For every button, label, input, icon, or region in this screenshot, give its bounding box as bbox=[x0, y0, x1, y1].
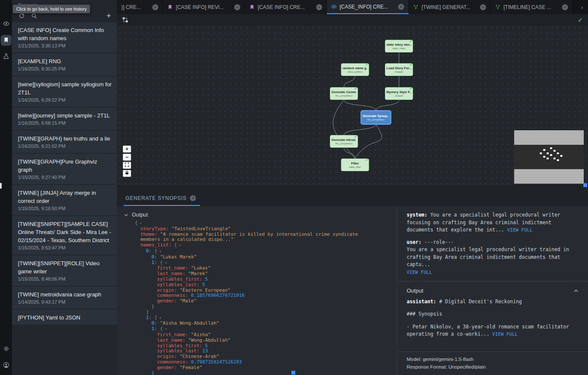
graph-success-check-icon: ✓ bbox=[577, 16, 583, 24]
panel-resize-handle-bottom[interactable] bbox=[291, 371, 295, 375]
editor-tab[interactable]: [TWINE] GENERAT...× bbox=[409, 0, 491, 14]
editor-tab[interactable]: )] CRE...× bbox=[117, 0, 163, 14]
zoom-out-button[interactable]: − bbox=[123, 154, 131, 161]
panel-resize-handle-left[interactable] bbox=[0, 183, 2, 189]
graph-canvas[interactable]: ✓ state mkey stor...state_mkey✓random na… bbox=[117, 14, 588, 186]
minimap-node-dot bbox=[547, 158, 549, 159]
settings-button[interactable] bbox=[1, 344, 12, 354]
prompt-list-item[interactable]: [twine][syllogism] sample syllogism for … bbox=[12, 76, 117, 107]
prompt-list-item[interactable]: [PYTHON] Yaml to JSON bbox=[12, 310, 117, 325]
tab-scroll-right-button[interactable]: › bbox=[576, 0, 588, 14]
graph-node[interactable]: Generate Synop...llm_completion✓ bbox=[361, 111, 391, 124]
node-title: Generate Synop... bbox=[363, 114, 390, 118]
close-tab-icon[interactable]: × bbox=[480, 4, 486, 10]
minimap-viewport[interactable] bbox=[514, 145, 584, 169]
flask-rail-button[interactable] bbox=[1, 51, 12, 62]
close-bottom-tab-icon[interactable]: × bbox=[190, 195, 196, 201]
minimap-node-dot bbox=[550, 154, 552, 156]
graph-node[interactable]: Generate Comm...llm_completion✓ bbox=[330, 87, 358, 100]
search-icon[interactable] bbox=[31, 13, 37, 19]
node-subtitle: snippet bbox=[395, 94, 403, 97]
graph-node[interactable]: state mkey stor...state_mkey✓ bbox=[385, 40, 413, 53]
assistant-heading: ### Synopsis bbox=[407, 311, 579, 318]
bottom-tab-generate-synopsis[interactable]: GENERATE SYNOPSIS × bbox=[124, 195, 200, 206]
prompt-list-item[interactable]: [TWINE][SNIPPET][SAMPLE CASE] Online Thr… bbox=[12, 216, 117, 255]
node-subtitle: llm_completion bbox=[335, 94, 352, 97]
output-section-header[interactable]: Output bbox=[117, 206, 397, 220]
view-full-link[interactable]: VIEW FULL bbox=[407, 270, 432, 275]
close-tab-icon[interactable]: × bbox=[562, 4, 568, 10]
prompt-list-item[interactable]: [TWINE][SNIPPET][ROLE] Video game writer… bbox=[12, 255, 117, 286]
json-tree-line: 1: {▾ bbox=[117, 260, 397, 266]
collapse-caret-icon[interactable]: ▾ bbox=[179, 243, 181, 247]
collapse-caret-icon[interactable]: ▾ bbox=[165, 261, 167, 265]
user-role-line: ---role--- bbox=[425, 239, 454, 245]
collapse-caret-icon[interactable]: ▾ bbox=[165, 327, 167, 331]
assistant-label: assistant: bbox=[407, 299, 436, 305]
prompt-title: [twine][journey] simple sample - 2T1L bbox=[18, 111, 112, 120]
node-success-check-icon: ✓ bbox=[387, 110, 390, 114]
json-tree-line: gender: "Female" bbox=[117, 365, 397, 371]
graph-node[interactable]: Generate Introd...llm_completion✓ bbox=[330, 135, 358, 148]
prompt-list-item[interactable]: [TWINE] [JINJA] Array merge in correct o… bbox=[12, 185, 117, 215]
editor-tab[interactable]: [CASE INFO] REVI...× bbox=[163, 0, 245, 14]
view-full-link[interactable]: VIEW FULL bbox=[492, 331, 518, 337]
prompt-list-item[interactable]: [twine][journey] simple sample - 2T1L1/1… bbox=[12, 108, 117, 130]
json-tree-line: names_list: [▾ bbox=[117, 243, 397, 249]
close-tab-icon[interactable]: × bbox=[234, 4, 240, 10]
refresh-icon[interactable] bbox=[19, 13, 25, 19]
view-full-link[interactable]: VIEW FULL bbox=[507, 227, 533, 232]
graph-node[interactable]: random name g...exec_python✓ bbox=[341, 63, 369, 76]
close-tab-icon[interactable]: × bbox=[316, 4, 322, 10]
prompts-rail-button[interactable] bbox=[1, 35, 12, 46]
minimap[interactable] bbox=[514, 130, 584, 184]
flag-icon bbox=[249, 4, 255, 10]
collapse-caret-icon[interactable]: ▾ bbox=[140, 221, 142, 225]
graph-node[interactable]: Load Story For...snippet✓ bbox=[385, 63, 413, 76]
fit-view-button[interactable] bbox=[123, 162, 131, 169]
panel-resize-handle-right[interactable] bbox=[583, 183, 587, 187]
close-tab-icon[interactable]: × bbox=[398, 4, 404, 10]
bookmark-icon bbox=[3, 37, 9, 44]
graph-node[interactable]: Filterstate_filter✓ bbox=[341, 158, 369, 171]
editor-tab[interactable]: [CASE_INFO] CRE...× bbox=[327, 0, 409, 14]
node-subtitle: llm_completion bbox=[335, 142, 352, 145]
json-tree-line: } bbox=[117, 371, 397, 375]
prompt-list-item[interactable]: [TWINE][GRAPH} two truths and a lie1/16/… bbox=[12, 131, 117, 153]
model-info: Model: gemini/gemini-1.5-flash Response … bbox=[397, 352, 588, 375]
prompt-list-item[interactable]: [CASE INFO] Create Common Info with rand… bbox=[12, 22, 117, 53]
minimap-node-dot bbox=[543, 156, 545, 158]
format-line: Response Format: Unspecified/plain bbox=[407, 363, 579, 371]
zoom-in-button[interactable]: + bbox=[123, 146, 131, 152]
lock-button[interactable] bbox=[123, 170, 131, 177]
editor-tab[interactable]: [TIMELINE] CASE ...× bbox=[491, 0, 573, 14]
output-section-label: Output bbox=[132, 212, 148, 218]
prompt-timestamp: 1/15/2025, 8:53:47 PM bbox=[18, 244, 112, 252]
collapse-caret-icon[interactable]: ▾ bbox=[160, 249, 162, 253]
tabs-container: )] CRE...×[CASE INFO] REVI...×[CASE INFO… bbox=[117, 0, 576, 14]
node-success-check-icon: ✓ bbox=[409, 87, 412, 91]
chevron-down-icon bbox=[124, 212, 128, 218]
fit-view-icon bbox=[125, 162, 129, 168]
account-button[interactable] bbox=[1, 360, 12, 371]
auto-layout-icon[interactable] bbox=[122, 17, 128, 23]
prompt-list-item[interactable]: [TWINE] metroidvania case graph1/14/2025… bbox=[12, 287, 117, 309]
prompt-response-scroll[interactable]: system: You are a specialist legal proce… bbox=[397, 206, 588, 352]
system-text: You are a specialist legal procedural wr… bbox=[407, 212, 560, 233]
node-subtitle: state_filter bbox=[349, 165, 361, 169]
node-subtitle: llm_completion bbox=[367, 118, 384, 121]
add-prompt-button[interactable]: + bbox=[106, 13, 111, 19]
collapse-caret-icon[interactable]: ▾ bbox=[160, 316, 162, 320]
eye-rail-button[interactable] bbox=[1, 19, 12, 29]
response-output-header[interactable]: Output bbox=[407, 281, 579, 297]
prompt-timestamp: 1/15/2025, 9:16:50 PM bbox=[18, 205, 112, 212]
canvas-toolbar: ✓ bbox=[117, 14, 588, 26]
system-message: system: You are a specialist legal proce… bbox=[407, 211, 579, 234]
editor-tab[interactable]: [CASE INFO] CRE...× bbox=[245, 0, 327, 14]
prompts-panel: Prompts Click to go back, hold to see hi… bbox=[12, 0, 117, 375]
close-tab-icon[interactable]: × bbox=[152, 4, 158, 10]
prompt-list-item[interactable]: [EXAMPLE] RNG1/16/2025, 8:30:25 PM bbox=[12, 53, 117, 76]
prompt-list-item[interactable]: [TWINE][GRAPH]Pure Graphviz graph1/15/20… bbox=[12, 154, 117, 184]
graph-node[interactable]: Mystery Style F...snippet✓ bbox=[385, 87, 413, 100]
assistant-body: - Petar Nikolov, a 38-year-old romance s… bbox=[407, 323, 579, 338]
